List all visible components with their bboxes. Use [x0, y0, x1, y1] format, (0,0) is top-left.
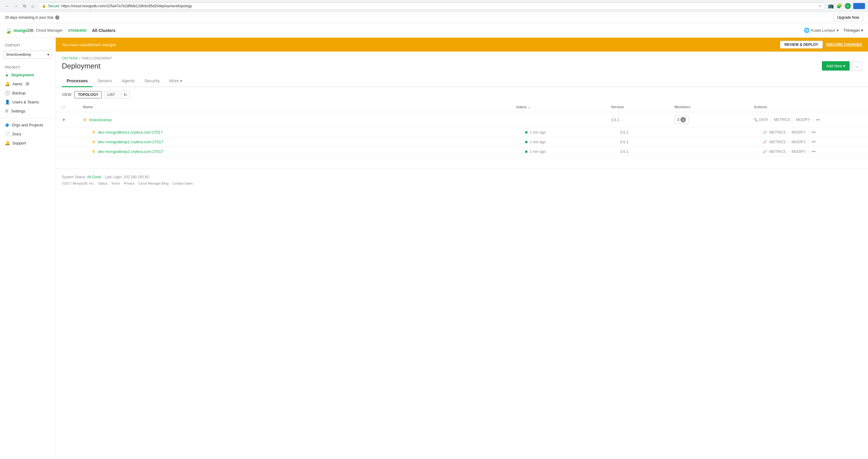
footer-privacy-link[interactable]: Privacy: [124, 182, 135, 185]
member2-metrics-action[interactable]: METRICS: [769, 140, 786, 144]
sidebar-item-docs[interactable]: 📄 Docs: [0, 129, 56, 139]
sidebar-item-users-teams[interactable]: 👤 Users & Teams: [0, 97, 56, 106]
sidebar-item-docs-label: Docs: [12, 132, 22, 136]
member1-link[interactable]: dev-mongodbms1.crytera.com:27017: [98, 130, 163, 134]
browser-navigation[interactable]: ← → ↻ ⌂: [3, 2, 36, 10]
add-new-button[interactable]: Add New ▾: [822, 61, 849, 70]
member1-modify-action[interactable]: MODIFY: [792, 130, 806, 134]
more-actions-icon[interactable]: •••: [816, 118, 820, 122]
member3-expand-cell: [56, 147, 77, 156]
tab-servers[interactable]: Servers: [93, 75, 117, 87]
forward-button[interactable]: →: [12, 2, 20, 10]
th-name: Name: [77, 102, 510, 112]
member2-link[interactable]: dev-mongodbrep1.crytera.com:27017: [98, 140, 163, 144]
footer-blog-link[interactable]: Cloud Manager Blog: [138, 182, 168, 185]
main-content: You have unpublished changes REVIEW & DE…: [56, 38, 868, 458]
tab-servers-label: Servers: [97, 79, 112, 83]
header-right: 🌐 Kuala Lumpur ▾ Thinegan ▾: [804, 27, 863, 33]
sidebar-item-backup[interactable]: 🕐 Backup: [0, 88, 56, 97]
breadcrumb-current: TIMECLONEDBREP: [81, 56, 112, 60]
upgrade-now-button[interactable]: Upgrade Now: [833, 14, 863, 21]
member2-expand-cell: [56, 137, 77, 147]
m2-sep: |: [788, 140, 789, 144]
replica-members-cell: 3 ●: [669, 112, 748, 128]
url-text[interactable]: https://cloud.mongodb.com/v2/5a47a7b2df9…: [62, 4, 816, 8]
user-account-icon[interactable]: G: [845, 3, 851, 9]
tab-processes[interactable]: Processes: [62, 75, 93, 87]
footer-contact-link[interactable]: Contact Sales: [172, 182, 193, 185]
sidebar-item-orgs-projects[interactable]: 🔷 Orgs and Projects: [0, 121, 56, 129]
member2-metrics-chart-icon: 📈: [763, 140, 767, 144]
member3-actions-cell: 📈 METRICS | MODIFY | •••: [748, 147, 868, 156]
view-controls: VIEW: TOPOLOGY LIST ↻: [56, 87, 868, 102]
member3-status-text: 1 min ago: [530, 150, 546, 154]
replica-set-link[interactable]: timeclonerep: [89, 118, 112, 122]
sidebar-item-deployment[interactable]: ▲ Deployment: [0, 70, 56, 79]
context-selector[interactable]: timeclonedbrep ▾: [4, 51, 52, 59]
context-chevron-icon: ▾: [48, 53, 49, 57]
topology-view-button[interactable]: TOPOLOGY: [74, 91, 102, 98]
app-header: 🍃 mongoDB Cloud Manager STANDARD All Clu…: [0, 23, 868, 38]
home-button[interactable]: ⌂: [30, 2, 36, 10]
member2-more-icon[interactable]: •••: [812, 140, 816, 144]
sidebar-item-alerts[interactable]: 🔔 Alerts ?: [0, 79, 56, 88]
action-separator-1: |: [771, 118, 772, 122]
deployment-table: □ Name status ▲ Version: [56, 102, 868, 156]
tab-bar: Processes Servers Agents Security More ▾: [56, 75, 868, 87]
trial-help-icon[interactable]: ?: [55, 16, 59, 20]
more-options-button[interactable]: ...: [852, 61, 862, 70]
modify-action[interactable]: MODIFY: [796, 118, 810, 122]
breadcrumb: CRYTERA > TIMECLONEDBREP: [62, 56, 862, 60]
select-all-checkbox[interactable]: □: [62, 105, 64, 110]
member1-more-icon[interactable]: •••: [812, 130, 816, 134]
address-bar[interactable]: 🔒 Secure https://cloud.mongodb.com/v2/5a…: [38, 2, 825, 10]
table-row: ▼ ⚙ timeclonerep 3.6.1 3 ●: [56, 112, 868, 128]
data-action[interactable]: 🔍 DATA: [754, 118, 768, 122]
cast-icon[interactable]: 📺: [828, 3, 834, 9]
tab-agents-label: Agents: [122, 79, 135, 83]
cluster-name[interactable]: All Clusters: [92, 28, 116, 33]
tab-agents[interactable]: Agents: [117, 75, 140, 87]
reload-button[interactable]: ↻: [21, 2, 28, 10]
browser-bar: ← → ↻ ⌂ 🔒 Secure https://cloud.mongodb.c…: [0, 0, 868, 12]
list-view-button[interactable]: LIST: [104, 91, 118, 98]
th-status: status ▲: [510, 102, 605, 112]
member2-name-cell: ⚙ dev-mongodbrep1.crytera.com:27017: [77, 137, 510, 147]
breadcrumb-parent[interactable]: CRYTERA: [62, 56, 78, 60]
tab-security-label: Security: [145, 79, 160, 83]
user-selector[interactable]: Thinegan ▾: [843, 28, 863, 33]
sidebar-item-support[interactable]: 🔔 Support: [0, 139, 56, 148]
status-sort-icon[interactable]: ▲: [528, 105, 531, 109]
member1-status-cell: 1 min ago: [510, 128, 605, 137]
member3-link[interactable]: dev-mongodbrep2.crytera.com:27017: [98, 149, 163, 154]
member3-modify-action[interactable]: MODIFY: [792, 150, 806, 154]
member3-status-dot: [525, 151, 527, 153]
member3-name-cell: ⚙ dev-mongodbrep2.crytera.com:27017: [77, 147, 510, 156]
trial-bar: 29 days remaining in your trial. ? Upgra…: [0, 12, 868, 23]
discard-changes-link[interactable]: DISCARD CHANGES: [826, 42, 862, 47]
refresh-button[interactable]: ↻: [121, 91, 130, 99]
member3-members-cell: [669, 147, 748, 156]
extensions-icon[interactable]: 🧩: [836, 3, 842, 9]
member3-metrics-action[interactable]: METRICS: [769, 150, 786, 154]
review-deploy-button[interactable]: REVIEW & DEPLOY: [780, 41, 823, 49]
sidebar-item-settings[interactable]: ⚙ Settings: [0, 106, 56, 116]
tab-more[interactable]: More ▾: [164, 75, 187, 87]
star-icon[interactable]: ☆: [818, 4, 822, 8]
footer-terms-link[interactable]: Terms: [111, 182, 120, 185]
back-button[interactable]: ←: [3, 2, 11, 10]
m2-sep2: |: [808, 140, 809, 144]
collapse-icon[interactable]: ▼: [62, 118, 66, 122]
location-selector[interactable]: 🌐 Kuala Lumpur ▾: [804, 27, 839, 33]
member1-metrics-action[interactable]: METRICS: [769, 130, 786, 134]
member3-version: 3.6.1: [620, 149, 629, 154]
alerts-help-icon: ?: [25, 82, 30, 86]
unpublished-changes-banner: You have unpublished changes REVIEW & DE…: [56, 38, 868, 52]
tab-security[interactable]: Security: [140, 75, 165, 87]
footer-status: System Status: All Good Last Login: 202.…: [62, 175, 862, 179]
title-actions: Add New ▾ ...: [822, 61, 862, 70]
member3-more-icon[interactable]: •••: [812, 149, 816, 154]
footer-status-link[interactable]: Status: [98, 182, 107, 185]
member2-modify-action[interactable]: MODIFY: [792, 140, 806, 144]
metrics-action[interactable]: METRICS: [774, 118, 790, 122]
